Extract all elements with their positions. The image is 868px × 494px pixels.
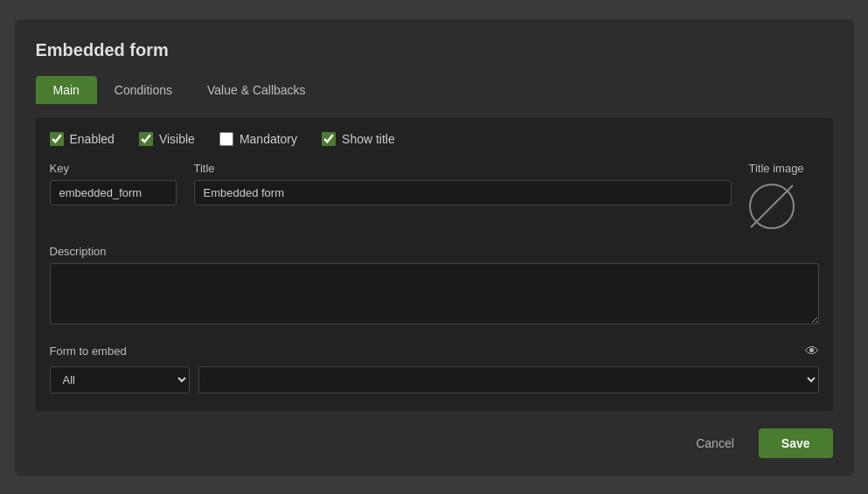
- form-select[interactable]: [198, 366, 819, 393]
- mandatory-checkbox-label[interactable]: Mandatory: [219, 132, 297, 146]
- show-title-checkbox[interactable]: [322, 132, 336, 146]
- show-title-label: Show title: [342, 132, 395, 146]
- form-embed-inputs: All: [50, 366, 819, 393]
- title-input[interactable]: [194, 180, 732, 205]
- title-image-field-group: Title image: [749, 162, 819, 229]
- tab-bar: Main Conditions Value & Callbacks: [36, 76, 833, 104]
- key-field-group: Key: [50, 162, 177, 205]
- tab-main[interactable]: Main: [36, 76, 97, 104]
- dialog-footer: Cancel Save: [36, 428, 833, 458]
- main-panel: Enabled Visible Mandatory Show title Key…: [36, 118, 833, 411]
- enabled-checkbox[interactable]: [50, 132, 64, 146]
- title-field-group: Title: [194, 162, 732, 205]
- show-title-checkbox-label[interactable]: Show title: [322, 132, 395, 146]
- save-button[interactable]: Save: [759, 428, 833, 458]
- fields-row: Key Title Title image: [50, 162, 819, 229]
- cancel-button[interactable]: Cancel: [682, 429, 748, 457]
- description-label: Description: [50, 245, 819, 258]
- eye-icon[interactable]: 👁: [805, 344, 819, 359]
- title-label: Title: [194, 162, 732, 175]
- form-embed-header: Form to embed 👁: [50, 344, 819, 359]
- mandatory-label: Mandatory: [240, 132, 297, 146]
- form-filter-select[interactable]: All: [50, 366, 190, 393]
- description-group: Description: [50, 245, 819, 328]
- tab-value-callbacks[interactable]: Value & Callbacks: [190, 76, 323, 104]
- title-image-label: Title image: [749, 162, 804, 175]
- dialog-title: Embedded form: [36, 40, 833, 60]
- visible-checkbox-label[interactable]: Visible: [139, 132, 195, 146]
- embedded-form-dialog: Embedded form Main Conditions Value & Ca…: [15, 19, 854, 476]
- enabled-checkbox-label[interactable]: Enabled: [50, 132, 115, 146]
- description-textarea[interactable]: [50, 263, 819, 324]
- tab-conditions[interactable]: Conditions: [97, 76, 190, 104]
- form-embed-section: Form to embed 👁 All: [50, 344, 819, 393]
- mandatory-checkbox[interactable]: [219, 132, 233, 146]
- visible-checkbox[interactable]: [139, 132, 153, 146]
- key-label: Key: [50, 162, 177, 175]
- checkboxes-row: Enabled Visible Mandatory Show title: [50, 132, 819, 146]
- no-image-icon[interactable]: [749, 184, 795, 229]
- visible-label: Visible: [159, 132, 195, 146]
- key-input[interactable]: [50, 180, 177, 205]
- form-embed-label: Form to embed: [50, 344, 127, 358]
- enabled-label: Enabled: [70, 132, 115, 146]
